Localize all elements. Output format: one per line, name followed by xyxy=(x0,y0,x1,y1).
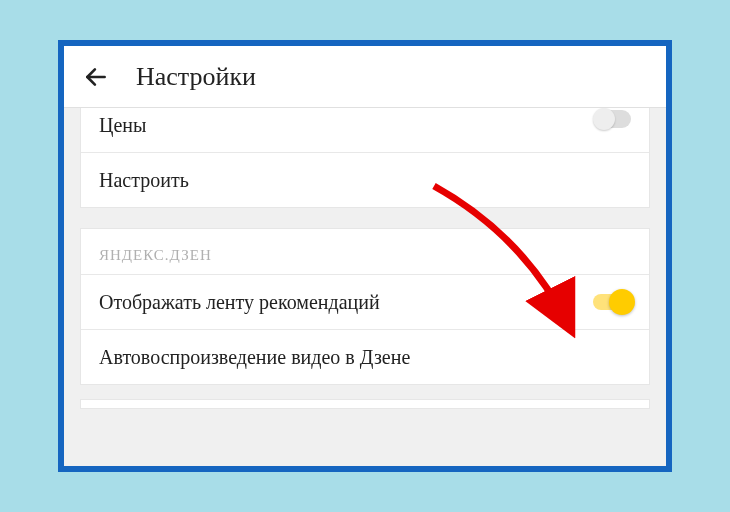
toggle-prices[interactable] xyxy=(595,110,631,128)
row-prices[interactable]: Цены xyxy=(81,108,649,153)
header-bar: Настройки xyxy=(64,46,666,108)
row-show-feed-label: Отображать ленту рекомендаций xyxy=(99,289,380,315)
settings-group-next xyxy=(80,399,650,409)
section-header-zen: ЯНДЕКС.ДЗЕН xyxy=(81,229,649,275)
page-title: Настройки xyxy=(136,62,256,92)
row-prices-label: Цены xyxy=(99,112,146,138)
settings-group-zen: ЯНДЕКС.ДЗЕН Отображать ленту рекомендаци… xyxy=(80,228,650,385)
row-configure[interactable]: Настроить xyxy=(81,153,649,207)
settings-group-1: Цены Настроить xyxy=(80,108,650,208)
row-autoplay[interactable]: Автовоспроизведение видео в Дзене xyxy=(81,330,649,384)
back-arrow-icon[interactable] xyxy=(82,63,110,91)
row-show-feed[interactable]: Отображать ленту рекомендаций xyxy=(81,275,649,330)
row-configure-label: Настроить xyxy=(99,167,189,193)
settings-screen: Настройки Цены Настроить ЯНДЕКС.ДЗЕН Ото… xyxy=(58,40,672,472)
row-autoplay-label: Автовоспроизведение видео в Дзене xyxy=(99,344,410,370)
toggle-show-feed[interactable] xyxy=(593,294,631,310)
settings-content: Цены Настроить ЯНДЕКС.ДЗЕН Отображать ле… xyxy=(64,108,666,466)
